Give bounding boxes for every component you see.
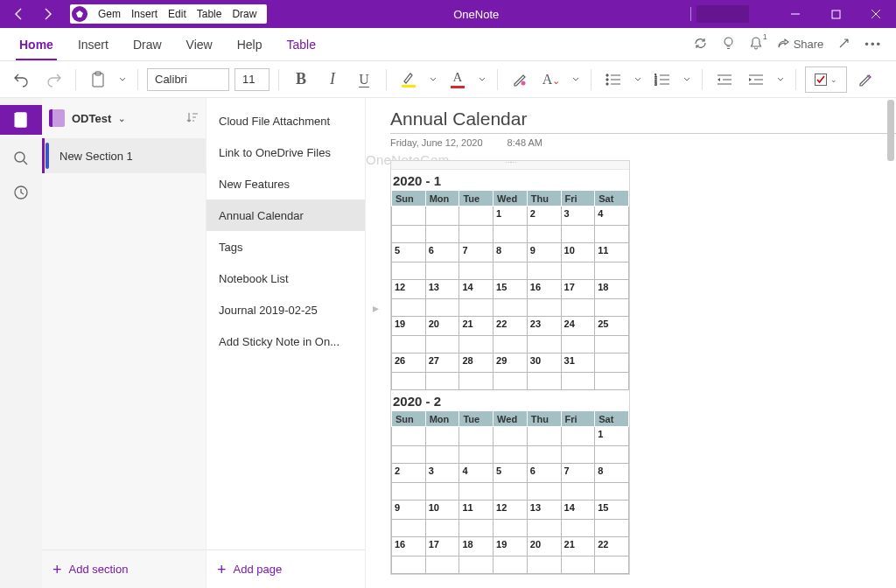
calendar-day-cell[interactable]	[494, 427, 528, 446]
calendar-day-cell[interactable]: 7	[459, 243, 494, 262]
notebook-selector[interactable]: ODTest ⌄	[42, 98, 206, 138]
calendar-day-cell[interactable]	[392, 206, 426, 226]
calendar-day-cell[interactable]: 15	[494, 280, 528, 299]
sort-icon[interactable]	[186, 111, 199, 126]
calendar-day-cell[interactable]: 31	[561, 354, 595, 373]
font-size-input[interactable]: 11	[234, 68, 270, 91]
gem-menu-item[interactable]: Table	[197, 8, 222, 20]
calendar-day-cell[interactable]	[392, 427, 426, 446]
font-color-dropdown[interactable]	[476, 66, 488, 93]
calendar-day-cell[interactable]: 18	[459, 537, 494, 556]
calendar-day-cell[interactable]: 22	[595, 537, 629, 556]
nav-back-button[interactable]	[5, 0, 33, 28]
clipboard-dropdown[interactable]	[116, 66, 129, 93]
tags-button[interactable]	[852, 66, 878, 93]
rail-notebooks-button[interactable]	[0, 105, 42, 135]
container-resize-handle[interactable]	[626, 161, 632, 575]
calendar-day-cell[interactable]: 14	[561, 500, 595, 520]
calendar-day-cell[interactable]	[459, 206, 494, 226]
gem-menu-bar[interactable]: Gem Insert Edit Table Draw	[70, 4, 267, 24]
lightbulb-icon[interactable]	[722, 36, 735, 53]
more-options-icon[interactable]: •••	[864, 38, 882, 51]
ribbon-tab-help[interactable]: Help	[225, 28, 275, 60]
calendar-day-cell[interactable]: 5	[494, 464, 528, 483]
italic-button[interactable]: I	[319, 66, 346, 93]
user-account-button[interactable]	[696, 5, 749, 23]
calendar-day-cell[interactable]: 13	[527, 500, 561, 520]
calendar-day-cell[interactable]: 21	[561, 537, 595, 556]
page-item[interactable]: New Features	[206, 168, 365, 200]
numbered-list-button[interactable]: 123	[649, 66, 676, 93]
calendar-day-cell[interactable]: 8	[595, 464, 629, 483]
section-item[interactable]: New Section 1	[42, 138, 206, 173]
page-item[interactable]: Tags	[206, 231, 365, 262]
calendar-day-cell[interactable]: 11	[459, 500, 494, 520]
page-item[interactable]: Link to OneDrive Files	[206, 136, 365, 168]
calendar-day-cell[interactable]: 17	[425, 537, 459, 556]
calendar-day-cell[interactable]	[595, 354, 629, 373]
note-container[interactable]: 2020 - 1SunMonTueWedThuFriSat12345678910…	[390, 160, 630, 575]
calendar-day-cell[interactable]: 13	[425, 280, 459, 299]
calendar-day-cell[interactable]: 2	[392, 464, 426, 483]
calendar-day-cell[interactable]: 17	[561, 280, 595, 299]
page-item[interactable]: Journal 2019-02-25	[206, 294, 365, 326]
decrease-indent-button[interactable]	[711, 66, 738, 93]
gem-menu-item[interactable]: Gem	[98, 8, 121, 20]
font-name-input[interactable]: Calibri	[147, 68, 229, 91]
calendar-day-cell[interactable]	[561, 427, 595, 446]
calendar-day-cell[interactable]: 26	[392, 354, 426, 373]
calendar-day-cell[interactable]: 12	[392, 280, 426, 299]
redo-button[interactable]	[40, 66, 66, 93]
calendar-day-cell[interactable]: 8	[494, 243, 528, 262]
calendar-day-cell[interactable]: 7	[561, 464, 595, 483]
calendar-day-cell[interactable]: 21	[459, 317, 494, 336]
calendar-day-cell[interactable]: 10	[425, 500, 459, 520]
calendar-day-cell[interactable]: 18	[595, 280, 629, 299]
calendar-day-cell[interactable]: 16	[527, 280, 561, 299]
calendar-day-cell[interactable]: 29	[494, 354, 528, 373]
calendar-day-cell[interactable]: 5	[392, 243, 426, 262]
calendar-day-cell[interactable]	[527, 427, 561, 446]
container-expand-handle[interactable]: ▸	[373, 301, 379, 315]
undo-button[interactable]	[9, 66, 35, 93]
enter-full-screen-icon[interactable]	[837, 37, 850, 52]
calendar-day-cell[interactable]: 16	[392, 537, 426, 556]
styles-button[interactable]: A⌄	[538, 66, 564, 93]
calendar-day-cell[interactable]: 3	[561, 206, 595, 226]
calendar-day-cell[interactable]: 1	[494, 206, 528, 226]
page-item[interactable]: Add Sticky Note in On...	[206, 326, 365, 357]
calendar-day-cell[interactable]: 9	[527, 243, 561, 262]
nav-forward-button[interactable]	[33, 0, 61, 28]
calendar-day-cell[interactable]: 4	[459, 464, 494, 483]
rail-search-button[interactable]	[13, 150, 29, 169]
underline-button[interactable]: U	[351, 66, 377, 93]
ribbon-tab-draw[interactable]: Draw	[121, 28, 174, 60]
gem-menu-item[interactable]: Draw	[232, 8, 256, 20]
window-minimize-button[interactable]	[775, 0, 816, 28]
bullet-dropdown[interactable]	[632, 66, 644, 93]
share-button[interactable]: Share	[777, 38, 824, 51]
notifications-button[interactable]: 1	[749, 36, 763, 53]
window-maximize-button[interactable]	[816, 0, 856, 28]
highlight-dropdown[interactable]	[427, 66, 439, 93]
calendar-day-cell[interactable]: 27	[425, 354, 459, 373]
todo-tag-button[interactable]: ⌄	[805, 66, 847, 93]
calendar-day-cell[interactable]: 24	[561, 317, 595, 336]
calendar-day-cell[interactable]: 15	[595, 500, 629, 520]
calendar-day-cell[interactable]: 19	[392, 317, 426, 336]
page-item[interactable]: Annual Calendar	[206, 200, 365, 231]
calendar-day-cell[interactable]: 19	[494, 537, 528, 556]
calendar-day-cell[interactable]: 3	[425, 464, 459, 483]
number-dropdown[interactable]	[681, 66, 693, 93]
calendar-day-cell[interactable]	[425, 206, 459, 226]
ribbon-tab-view[interactable]: View	[174, 28, 225, 60]
calendar-day-cell[interactable]: 12	[494, 500, 528, 520]
highlight-color-button[interactable]	[396, 66, 422, 93]
calendar-day-cell[interactable]: 6	[425, 243, 459, 262]
calendar-day-cell[interactable]	[459, 427, 494, 446]
calendar-day-cell[interactable]	[425, 427, 459, 446]
calendar-day-cell[interactable]: 9	[392, 500, 426, 520]
ribbon-tab-home[interactable]: Home	[7, 28, 66, 60]
calendar-day-cell[interactable]: 25	[595, 317, 629, 336]
calendar-day-cell[interactable]: 23	[527, 317, 561, 336]
